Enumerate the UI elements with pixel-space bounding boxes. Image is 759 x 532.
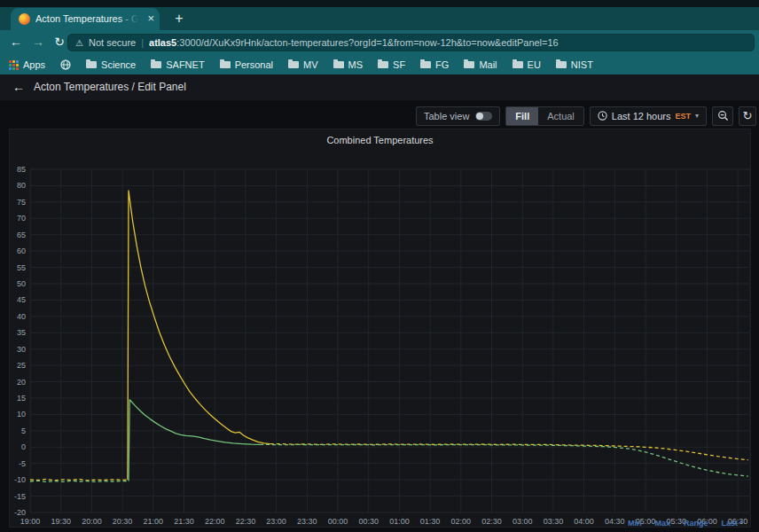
x-tick-label: 01:00 bbox=[389, 517, 410, 526]
folder-icon bbox=[86, 61, 97, 68]
window-top-strip bbox=[0, 0, 759, 7]
bookmark-folder-science[interactable]: Science bbox=[86, 59, 136, 70]
bookmark-label: Personal bbox=[235, 59, 273, 70]
grafana-back-arrow-icon[interactable]: ← bbox=[12, 74, 25, 100]
bookmark-folder-mail[interactable]: Mail bbox=[464, 59, 497, 70]
bookmark-folder-sf[interactable]: SF bbox=[378, 59, 405, 70]
bookmark-label: NIST bbox=[571, 59, 593, 70]
y-tick-label: 30 bbox=[17, 345, 26, 354]
legend-col-range[interactable]: Range bbox=[684, 519, 708, 528]
x-tick-label: 03:30 bbox=[544, 517, 564, 526]
table-view-control[interactable]: Table view bbox=[416, 106, 500, 126]
clock-icon bbox=[598, 111, 607, 121]
bookmark-label: SF bbox=[393, 59, 405, 70]
bookmark-label: MV bbox=[303, 59, 318, 70]
apps-grid-icon bbox=[9, 60, 19, 70]
x-tick-label: 04:00 bbox=[574, 517, 594, 526]
folder-icon bbox=[288, 61, 299, 68]
folder-icon bbox=[333, 61, 344, 68]
panel-controls: Table view Fill Actual Last 12 hours EST… bbox=[416, 106, 756, 126]
series-green-line bbox=[260, 444, 748, 476]
bookmark-folder-fg[interactable]: FG bbox=[420, 59, 449, 70]
folder-icon bbox=[420, 61, 431, 68]
series-yellow-line bbox=[128, 191, 270, 480]
bookmark-globe[interactable] bbox=[60, 59, 71, 70]
y-tick-label: 55 bbox=[17, 263, 26, 272]
forward-icon[interactable]: → bbox=[29, 30, 47, 55]
x-tick-label: 03:00 bbox=[513, 517, 533, 526]
folder-icon bbox=[464, 61, 474, 68]
table-view-label: Table view bbox=[424, 111, 469, 121]
fill-actual-switch: Fill Actual bbox=[505, 106, 583, 126]
refresh-button[interactable]: ↻ bbox=[739, 106, 756, 126]
bookmark-label: EU bbox=[528, 59, 541, 70]
y-tick-label: 65 bbox=[17, 231, 26, 239]
browser-tab-active[interactable]: Acton Temperatures - Gra × bbox=[11, 8, 160, 30]
x-tick-label: 20:30 bbox=[113, 517, 133, 526]
x-tick-label: 01:30 bbox=[420, 517, 441, 526]
bookmark-folder-mv[interactable]: MV bbox=[288, 59, 318, 70]
zoom-out-button[interactable] bbox=[712, 106, 733, 126]
back-icon[interactable]: ← bbox=[7, 30, 25, 55]
browser-toolbar: ← → ↻ ⚠ Not secure | atlas5:3000/d/XuKx9… bbox=[0, 30, 759, 55]
y-tick-label: 5 bbox=[21, 426, 26, 435]
not-secure-label[interactable]: Not secure bbox=[89, 37, 136, 48]
series-green-line bbox=[30, 481, 129, 481]
url-path: :3000/d/XuKx9rHnk/acton-temperatures?org… bbox=[176, 37, 559, 48]
globe-icon bbox=[60, 59, 71, 70]
bookmark-folder-personal[interactable]: Personal bbox=[220, 59, 273, 70]
fill-button[interactable]: Fill bbox=[506, 107, 538, 125]
y-tick-label: 80 bbox=[17, 181, 26, 190]
tab-close-icon[interactable]: × bbox=[147, 8, 154, 30]
bookmark-label: SAFNET bbox=[166, 59, 204, 70]
toggle-knob bbox=[476, 113, 483, 120]
series-green-line bbox=[129, 400, 260, 481]
temperature-chart[interactable]: 8580757065605550454035302520151050-5-10-… bbox=[10, 129, 750, 527]
bookmark-label: MS bbox=[348, 59, 364, 70]
not-secure-warning-icon: ⚠ bbox=[75, 38, 83, 48]
browser-tab-bar: Acton Temperatures - Gra × + bbox=[0, 7, 759, 30]
new-tab-button[interactable]: + bbox=[168, 8, 190, 30]
legend-header-row: Min Max Range Last * bbox=[628, 519, 743, 528]
folder-icon bbox=[378, 61, 388, 68]
chevron-down-icon: ▾ bbox=[695, 112, 699, 120]
actual-button[interactable]: Actual bbox=[538, 107, 583, 125]
legend-col-last[interactable]: Last * bbox=[721, 519, 743, 528]
x-tick-label: 19:00 bbox=[20, 517, 41, 526]
y-tick-label: 70 bbox=[17, 214, 26, 223]
reload-icon[interactable]: ↻ bbox=[51, 30, 68, 55]
y-tick-label: 60 bbox=[17, 246, 26, 255]
bookmark-apps[interactable]: Apps bbox=[9, 59, 45, 70]
legend-col-min[interactable]: Min bbox=[628, 519, 642, 528]
x-tick-label: 02:00 bbox=[451, 517, 472, 526]
bookmark-folder-ms[interactable]: MS bbox=[333, 59, 364, 70]
timezone-badge: EST bbox=[675, 112, 691, 121]
folder-icon bbox=[513, 61, 523, 68]
x-tick-label: 19:30 bbox=[51, 517, 71, 526]
y-tick-label: 20 bbox=[17, 378, 26, 387]
bookmark-folder-nist[interactable]: NIST bbox=[556, 59, 593, 70]
bookmark-folder-safnet[interactable]: SAFNET bbox=[151, 59, 204, 70]
x-tick-label: 21:00 bbox=[144, 517, 164, 526]
url-separator: | bbox=[141, 37, 144, 48]
x-tick-label: 04:30 bbox=[605, 517, 625, 526]
url-text[interactable]: atlas5:3000/d/XuKx9rHnk/acton-temperatur… bbox=[149, 37, 559, 48]
y-tick-label: -20 bbox=[14, 508, 26, 517]
zoom-out-icon bbox=[717, 110, 729, 121]
legend-col-max[interactable]: Max bbox=[654, 519, 670, 528]
time-range-picker[interactable]: Last 12 hours EST ▾ bbox=[590, 106, 707, 126]
address-bar[interactable]: ⚠ Not secure | atlas5:3000/d/XuKx9rHnk/a… bbox=[67, 34, 755, 51]
y-tick-label: 45 bbox=[17, 295, 26, 304]
y-tick-label: 10 bbox=[17, 410, 26, 419]
breadcrumb[interactable]: Acton Temperatures / Edit Panel bbox=[34, 74, 186, 100]
bookmark-folder-eu[interactable]: EU bbox=[513, 59, 541, 70]
chart-panel: Combined Temperatures 858075706560555045… bbox=[9, 129, 751, 528]
folder-icon bbox=[151, 61, 161, 68]
y-tick-label: 50 bbox=[17, 279, 26, 288]
x-tick-label: 23:00 bbox=[266, 517, 286, 526]
bookmark-apps-label: Apps bbox=[23, 59, 45, 70]
y-tick-label: 15 bbox=[17, 394, 26, 403]
grafana-favicon-icon bbox=[19, 13, 30, 25]
y-tick-label: 0 bbox=[21, 442, 26, 451]
table-view-toggle[interactable] bbox=[475, 112, 492, 121]
